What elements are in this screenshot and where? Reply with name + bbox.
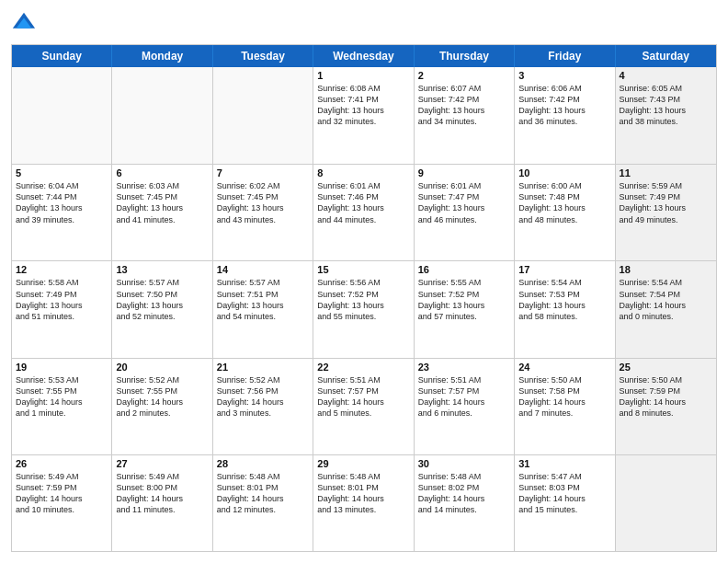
day-cell-12: 12Sunrise: 5:58 AM Sunset: 7:49 PM Dayli…	[12, 261, 112, 357]
day-info: Sunrise: 5:48 AM Sunset: 8:01 PM Dayligh…	[217, 471, 309, 516]
day-info: Sunrise: 6:04 AM Sunset: 7:44 PM Dayligh…	[16, 180, 108, 225]
day-info: Sunrise: 5:54 AM Sunset: 7:54 PM Dayligh…	[620, 277, 712, 322]
day-number: 7	[217, 167, 309, 178]
day-cell-3: 3Sunrise: 6:06 AM Sunset: 7:42 PM Daylig…	[515, 67, 615, 164]
day-number: 27	[116, 458, 208, 469]
day-number: 23	[418, 362, 510, 373]
empty-cell-0-2	[213, 67, 313, 164]
day-cell-18: 18Sunrise: 5:54 AM Sunset: 7:54 PM Dayli…	[616, 261, 716, 357]
day-cell-16: 16Sunrise: 5:55 AM Sunset: 7:52 PM Dayli…	[415, 261, 515, 357]
day-cell-15: 15Sunrise: 5:56 AM Sunset: 7:52 PM Dayli…	[313, 261, 414, 357]
day-number: 31	[518, 458, 610, 469]
weekday-header-sunday: Sunday	[12, 45, 112, 67]
day-cell-22: 22Sunrise: 5:51 AM Sunset: 7:57 PM Dayli…	[313, 359, 414, 454]
day-number: 13	[116, 264, 208, 275]
day-cell-21: 21Sunrise: 5:52 AM Sunset: 7:56 PM Dayli…	[213, 359, 313, 454]
day-number: 8	[317, 167, 409, 178]
day-info: Sunrise: 5:50 AM Sunset: 7:59 PM Dayligh…	[620, 374, 712, 419]
day-number: 18	[620, 264, 712, 275]
weekday-header-tuesday: Tuesday	[213, 45, 313, 67]
day-cell-25: 25Sunrise: 5:50 AM Sunset: 7:59 PM Dayli…	[616, 359, 716, 454]
day-cell-11: 11Sunrise: 5:59 AM Sunset: 7:49 PM Dayli…	[616, 165, 716, 260]
day-number: 14	[217, 264, 309, 275]
day-cell-2: 2Sunrise: 6:07 AM Sunset: 7:42 PM Daylig…	[415, 67, 515, 164]
day-info: Sunrise: 5:52 AM Sunset: 7:55 PM Dayligh…	[116, 374, 208, 419]
day-number: 21	[217, 362, 309, 373]
day-info: Sunrise: 5:52 AM Sunset: 7:56 PM Dayligh…	[217, 374, 309, 419]
weekday-header-thursday: Thursday	[415, 45, 515, 67]
day-info: Sunrise: 5:49 AM Sunset: 7:59 PM Dayligh…	[16, 471, 108, 516]
logo-icon	[11, 11, 37, 37]
day-info: Sunrise: 5:53 AM Sunset: 7:55 PM Dayligh…	[16, 374, 108, 419]
day-info: Sunrise: 6:02 AM Sunset: 7:45 PM Dayligh…	[217, 180, 309, 225]
day-number: 5	[16, 167, 108, 178]
day-number: 17	[518, 264, 610, 275]
weekday-header-monday: Monday	[112, 45, 212, 67]
day-info: Sunrise: 5:48 AM Sunset: 8:01 PM Dayligh…	[317, 471, 409, 516]
day-cell-4: 4Sunrise: 6:05 AM Sunset: 7:43 PM Daylig…	[616, 67, 716, 164]
day-info: Sunrise: 5:54 AM Sunset: 7:53 PM Dayligh…	[518, 277, 610, 322]
day-cell-6: 6Sunrise: 6:03 AM Sunset: 7:45 PM Daylig…	[112, 165, 212, 260]
day-cell-10: 10Sunrise: 6:00 AM Sunset: 7:48 PM Dayli…	[515, 165, 615, 260]
calendar: SundayMondayTuesdayWednesdayThursdayFrid…	[11, 44, 717, 552]
day-cell-7: 7Sunrise: 6:02 AM Sunset: 7:45 PM Daylig…	[213, 165, 313, 260]
day-info: Sunrise: 5:50 AM Sunset: 7:58 PM Dayligh…	[518, 374, 610, 419]
calendar-row-2: 5Sunrise: 6:04 AM Sunset: 7:44 PM Daylig…	[12, 164, 716, 260]
day-number: 4	[620, 70, 712, 81]
calendar-row-4: 19Sunrise: 5:53 AM Sunset: 7:55 PM Dayli…	[12, 358, 716, 454]
day-info: Sunrise: 6:03 AM Sunset: 7:45 PM Dayligh…	[116, 180, 208, 225]
day-info: Sunrise: 6:05 AM Sunset: 7:43 PM Dayligh…	[620, 83, 712, 128]
weekday-header-wednesday: Wednesday	[313, 45, 414, 67]
day-info: Sunrise: 6:01 AM Sunset: 7:46 PM Dayligh…	[317, 180, 409, 225]
day-number: 6	[116, 167, 208, 178]
day-info: Sunrise: 5:56 AM Sunset: 7:52 PM Dayligh…	[317, 277, 409, 322]
calendar-row-3: 12Sunrise: 5:58 AM Sunset: 7:49 PM Dayli…	[12, 260, 716, 357]
page-header	[11, 11, 717, 37]
day-number: 16	[418, 264, 510, 275]
day-number: 25	[620, 362, 712, 373]
calendar-body: 1Sunrise: 6:08 AM Sunset: 7:41 PM Daylig…	[12, 67, 716, 551]
weekday-header-friday: Friday	[515, 45, 615, 67]
day-number: 1	[317, 70, 409, 81]
day-cell-9: 9Sunrise: 6:01 AM Sunset: 7:47 PM Daylig…	[415, 165, 515, 260]
day-info: Sunrise: 5:57 AM Sunset: 7:50 PM Dayligh…	[116, 277, 208, 322]
day-number: 2	[418, 70, 510, 81]
day-cell-14: 14Sunrise: 5:57 AM Sunset: 7:51 PM Dayli…	[213, 261, 313, 357]
logo	[11, 11, 40, 37]
day-cell-5: 5Sunrise: 6:04 AM Sunset: 7:44 PM Daylig…	[12, 165, 112, 260]
day-number: 28	[217, 458, 309, 469]
day-cell-26: 26Sunrise: 5:49 AM Sunset: 7:59 PM Dayli…	[12, 455, 112, 551]
calendar-row-5: 26Sunrise: 5:49 AM Sunset: 7:59 PM Dayli…	[12, 454, 716, 551]
day-cell-29: 29Sunrise: 5:48 AM Sunset: 8:01 PM Dayli…	[313, 455, 414, 551]
day-cell-8: 8Sunrise: 6:01 AM Sunset: 7:46 PM Daylig…	[313, 165, 414, 260]
day-number: 26	[16, 458, 108, 469]
day-info: Sunrise: 6:08 AM Sunset: 7:41 PM Dayligh…	[317, 83, 409, 128]
day-info: Sunrise: 5:57 AM Sunset: 7:51 PM Dayligh…	[217, 277, 309, 322]
day-info: Sunrise: 5:48 AM Sunset: 8:02 PM Dayligh…	[418, 471, 510, 516]
weekday-header-saturday: Saturday	[616, 45, 716, 67]
day-number: 9	[418, 167, 510, 178]
day-number: 29	[317, 458, 409, 469]
day-info: Sunrise: 5:58 AM Sunset: 7:49 PM Dayligh…	[16, 277, 108, 322]
day-number: 22	[317, 362, 409, 373]
day-info: Sunrise: 5:47 AM Sunset: 8:03 PM Dayligh…	[518, 471, 610, 516]
day-cell-31: 31Sunrise: 5:47 AM Sunset: 8:03 PM Dayli…	[515, 455, 615, 551]
day-cell-1: 1Sunrise: 6:08 AM Sunset: 7:41 PM Daylig…	[313, 67, 414, 164]
day-info: Sunrise: 6:06 AM Sunset: 7:42 PM Dayligh…	[518, 83, 610, 128]
day-cell-23: 23Sunrise: 5:51 AM Sunset: 7:57 PM Dayli…	[415, 359, 515, 454]
calendar-page: SundayMondayTuesdayWednesdayThursdayFrid…	[0, 0, 728, 563]
day-info: Sunrise: 5:51 AM Sunset: 7:57 PM Dayligh…	[317, 374, 409, 419]
day-info: Sunrise: 5:55 AM Sunset: 7:52 PM Dayligh…	[418, 277, 510, 322]
day-info: Sunrise: 5:59 AM Sunset: 7:49 PM Dayligh…	[620, 180, 712, 225]
day-info: Sunrise: 6:07 AM Sunset: 7:42 PM Dayligh…	[418, 83, 510, 128]
day-info: Sunrise: 6:00 AM Sunset: 7:48 PM Dayligh…	[518, 180, 610, 225]
day-cell-24: 24Sunrise: 5:50 AM Sunset: 7:58 PM Dayli…	[515, 359, 615, 454]
day-cell-30: 30Sunrise: 5:48 AM Sunset: 8:02 PM Dayli…	[415, 455, 515, 551]
day-info: Sunrise: 5:51 AM Sunset: 7:57 PM Dayligh…	[418, 374, 510, 419]
empty-cell-0-1	[112, 67, 212, 164]
day-number: 10	[518, 167, 610, 178]
day-cell-20: 20Sunrise: 5:52 AM Sunset: 7:55 PM Dayli…	[112, 359, 212, 454]
day-number: 12	[16, 264, 108, 275]
day-number: 11	[620, 167, 712, 178]
day-info: Sunrise: 6:01 AM Sunset: 7:47 PM Dayligh…	[418, 180, 510, 225]
